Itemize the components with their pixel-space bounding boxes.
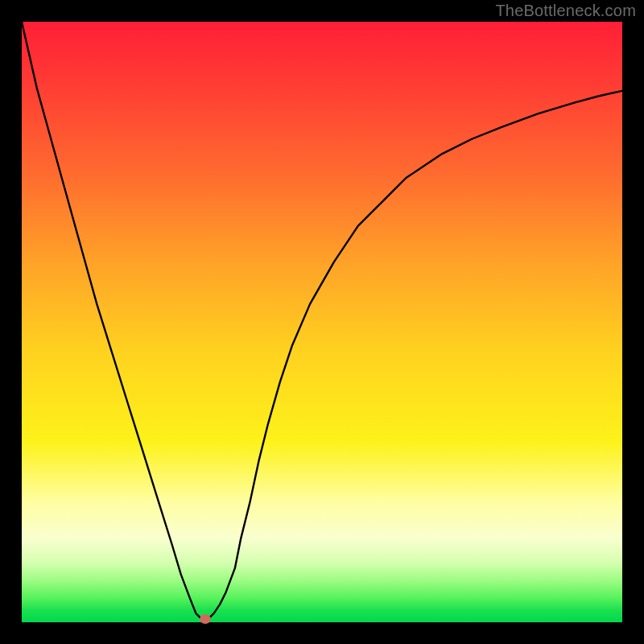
bottleneck-curve bbox=[22, 22, 622, 622]
chart-frame bbox=[22, 22, 622, 622]
watermark-text: TheBottleneck.com bbox=[495, 2, 636, 20]
curve-path bbox=[22, 22, 622, 619]
chart-container: TheBottleneck.com bbox=[0, 0, 644, 644]
minimum-marker bbox=[200, 614, 211, 624]
